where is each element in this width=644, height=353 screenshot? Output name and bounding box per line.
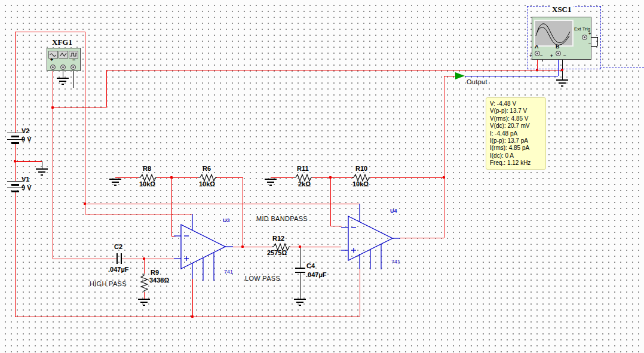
wire[interactable] <box>300 273 300 299</box>
ext-trig-plus: + <box>588 31 591 36</box>
wire[interactable] <box>115 177 139 178</box>
opamp-u4-part: 741 <box>391 259 400 265</box>
junction-dot <box>443 176 445 179</box>
wire[interactable] <box>192 279 193 317</box>
opamp-u3-part: 741 <box>224 269 233 275</box>
ext-trig-terminal[interactable] <box>582 35 587 40</box>
output-label: Output <box>467 78 487 85</box>
output-probe-arrow-icon[interactable] <box>455 72 465 79</box>
wire[interactable] <box>15 161 42 162</box>
wire-scope-a[interactable] <box>106 70 562 70</box>
low-pass-label: LOW PASS <box>245 275 280 282</box>
wire[interactable] <box>53 108 106 108</box>
channel-a-minus: − <box>540 53 543 59</box>
junction-dot <box>143 257 145 260</box>
wire[interactable] <box>300 247 300 268</box>
ground-symbol[interactable] <box>36 168 48 176</box>
wire[interactable] <box>42 161 42 168</box>
wire-u4-output[interactable] <box>400 238 444 238</box>
resistor-r10-ref: R10 <box>355 165 367 172</box>
fg-plus-terminal[interactable] <box>50 65 56 70</box>
wire[interactable] <box>122 259 174 259</box>
ground-symbol[interactable] <box>294 299 306 306</box>
probe-readout[interactable]: V: -4.48 V V(p-p): 13.7 V V(rms): 4.85 V… <box>486 97 546 170</box>
fg-plus-label: + <box>50 57 53 63</box>
wire[interactable] <box>15 32 16 133</box>
resistor-r10-value: 10kΩ <box>352 180 369 188</box>
resistor-r12-ref: R12 <box>272 235 284 242</box>
capacitor-c4-value: .047µF <box>306 271 326 278</box>
probe-line: Freq.: 1.12 kHz <box>490 159 542 167</box>
selection-dash-extension <box>600 67 644 68</box>
wire[interactable] <box>144 292 145 299</box>
junction-dot <box>51 106 54 109</box>
wire[interactable] <box>53 259 116 259</box>
channel-b-label: B <box>556 44 560 50</box>
ground-symbol[interactable] <box>265 179 277 186</box>
schematic-canvas[interactable]: V2 9 V V1 9 V XFG1 + − XSC1 <box>0 0 644 353</box>
resistor-r6-ref: R6 <box>203 165 211 172</box>
junction-dot <box>191 315 194 318</box>
probe-line: I(rms): 4.85 pA <box>490 145 542 152</box>
wire[interactable] <box>157 177 198 178</box>
fg-minus-label: − <box>72 57 75 63</box>
probe-line: I(p-p): 13.7 pA <box>490 137 542 145</box>
mid-bandpass-label: MID BANDPASS <box>256 215 308 222</box>
wire[interactable] <box>73 69 74 88</box>
function-generator-label: XFG1 <box>50 38 74 47</box>
wire[interactable] <box>312 177 354 178</box>
channel-b-plus: + <box>550 53 553 59</box>
wire[interactable] <box>330 177 331 226</box>
wire[interactable] <box>271 177 294 178</box>
battery-v1-value: 9 V <box>22 184 32 191</box>
ground-symbol[interactable] <box>57 78 69 85</box>
oscilloscope-screen <box>534 20 574 47</box>
wire-scope-b[interactable] <box>465 76 558 76</box>
wire[interactable] <box>85 32 85 214</box>
channel-b-terminal[interactable] <box>556 51 561 56</box>
ground-symbol[interactable] <box>556 79 568 87</box>
capacitor-c4-ref: C4 <box>306 262 315 269</box>
fg-minus-terminal[interactable] <box>70 65 76 70</box>
wire[interactable] <box>106 70 107 108</box>
triangle-wave-button[interactable] <box>59 51 68 59</box>
resistor-r9-ref: R9 <box>151 269 159 276</box>
wire[interactable] <box>444 76 444 238</box>
wire[interactable] <box>444 76 456 76</box>
junction-dot <box>14 160 16 162</box>
fg-common-terminal[interactable] <box>60 65 66 70</box>
wire[interactable] <box>360 269 360 317</box>
ground-symbol[interactable] <box>138 299 150 306</box>
probe-line: V(dc): 20.7 mV <box>490 122 542 130</box>
wire-signal-in[interactable] <box>53 69 53 259</box>
wire[interactable] <box>370 177 444 178</box>
resistor-r8-ref: R8 <box>143 165 151 172</box>
wire[interactable] <box>290 247 341 247</box>
wire[interactable] <box>15 32 85 32</box>
wire[interactable] <box>233 247 272 247</box>
resistor-r11-value: 2kΩ <box>298 180 311 188</box>
probe-line: V(p-p): 13.7 V <box>490 108 542 115</box>
high-pass-label: HIGH PASS <box>90 280 127 287</box>
wire[interactable] <box>15 192 16 317</box>
battery-v1-ref: V1 <box>22 176 29 183</box>
battery-v2-value: 9 V <box>22 136 32 143</box>
ext-trig-minus: − <box>588 41 591 47</box>
wire[interactable] <box>216 177 243 178</box>
resistor-r11-ref: R11 <box>297 165 309 172</box>
channel-a-label: A <box>535 44 539 50</box>
capacitor-c2-value: .047µF <box>108 266 128 273</box>
wire-vplus-rail[interactable] <box>85 204 360 204</box>
wire[interactable] <box>144 259 145 274</box>
channel-a-terminal[interactable] <box>535 51 540 56</box>
junction-dot <box>84 202 86 205</box>
oscilloscope-label: XSC1 <box>550 5 574 14</box>
wire-vminus-rail[interactable] <box>15 317 360 317</box>
wire[interactable] <box>15 144 16 181</box>
wire[interactable] <box>243 177 243 247</box>
junction-dot <box>241 245 244 248</box>
junction-dot <box>329 176 332 179</box>
ground-symbol[interactable] <box>109 179 121 186</box>
battery-v2-ref: V2 <box>22 127 29 134</box>
probe-line: V: -4.48 V <box>490 100 542 108</box>
